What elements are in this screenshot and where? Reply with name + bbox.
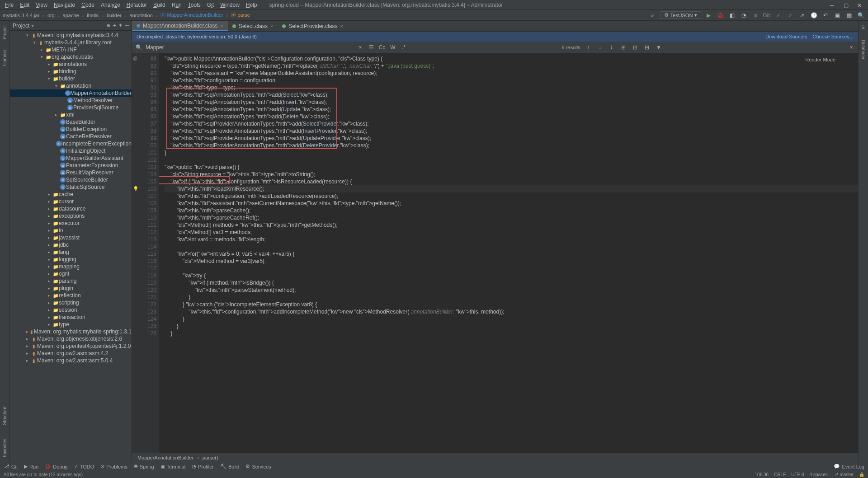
menu-git[interactable]: Git [204,2,217,8]
tree-item[interactable]: ▸📁io [10,227,132,234]
tree-item[interactable]: ▸📁ognl [10,270,132,277]
collapse-all-icon[interactable]: ✶ [118,23,123,28]
tree-item[interactable]: ▸▮Maven: org.objenesis:objenesis:2.6 [10,335,132,342]
bottom-todo[interactable]: ✓ TODO [74,464,94,469]
remove-selection-icon[interactable]: ⊟ [643,44,651,51]
tree-item[interactable]: ▾📁builder [10,75,132,82]
event-log-button[interactable]: 💬 Event Log [834,464,864,469]
tree-item[interactable]: cParameterExpression [10,162,132,169]
crumb-jar[interactable]: mybatis-3.4.4.jar [3,13,39,18]
menu-help[interactable]: Help [243,2,260,8]
tree-item[interactable]: ▾📁org.apache.ibatis [10,53,132,61]
tree-item[interactable]: cStaticSqlSource [10,183,132,191]
menu-window[interactable]: Window [217,2,243,8]
tree-item[interactable]: cResultMapResolver [10,169,132,176]
pin-icon[interactable]: ⤓ [608,44,616,51]
select-opened-file-icon[interactable]: ⊕ [106,23,110,28]
tree-item[interactable]: ▸▮Maven: org.ow2.asm:asm:4.2 [10,350,132,357]
sidebar-favorites[interactable]: Favorites [2,437,7,459]
tree-item[interactable]: ▸📁logging [10,256,132,263]
regex-icon[interactable]: .* [400,44,408,51]
crumb-annotation[interactable]: annotation [129,13,152,18]
hide-panel-icon[interactable]: ─ [125,23,129,28]
select-all-icon[interactable]: ⊞ [619,44,627,51]
tree-item[interactable]: ▸📁binding [10,68,132,75]
tree-item[interactable]: cMapperBuilderAssistant [10,155,132,162]
maximize-icon[interactable]: ▢ [844,2,849,8]
filter-icon[interactable]: ▼ [655,44,663,51]
menu-run[interactable]: Run [169,2,185,8]
tree-item[interactable]: ▾▮Maven: org.mybatis:mybatis:3.4.4 [10,32,132,39]
git-push-icon[interactable]: ↗ [797,10,807,20]
tree-item[interactable]: ▸▮Maven: org.mybatis:mybatis-spring:1.3.… [10,328,132,335]
tree-item[interactable]: cIncompleteElementException [10,140,132,147]
tree-item[interactable]: ▸📁scripting [10,299,132,306]
status-indent[interactable]: 4 spaces [810,472,828,477]
match-case-icon[interactable]: Cc [378,44,386,51]
tab-mapper-annotation-builder[interactable]: MapperAnnotationBuilder.class× [132,21,228,31]
sidebar-maven[interactable]: m [861,23,866,31]
profile-icon[interactable]: ◔ [739,10,748,20]
close-icon[interactable]: ✕ [857,2,863,8]
bottom-build[interactable]: 🔨 Build [220,464,239,469]
crumb-apache[interactable]: apache [63,13,79,18]
add-selection-icon[interactable]: ⊡ [631,44,639,51]
tree-item[interactable]: ▾▮mybatis-3.4.4.jar library root [10,39,132,46]
download-sources-link[interactable]: Download Sources [765,34,807,39]
tree-item[interactable]: ▸📁cache [10,191,132,198]
menu-code[interactable]: Code [78,2,98,8]
status-lock-icon[interactable]: 🔒 [859,472,864,477]
ide-settings-icon[interactable]: ▦ [844,10,854,20]
sidebar-commit[interactable]: Commit [2,48,7,67]
prev-match-icon[interactable]: ↑ [584,44,592,51]
stop-icon[interactable]: ■ [751,10,760,20]
bottom-terminal[interactable]: ▣ Terminal [160,464,186,469]
status-position[interactable]: 106:36 [755,472,769,477]
bottom-problems[interactable]: ⊘ Problems [100,464,127,469]
tree-item[interactable]: cInitializingObject [10,147,132,155]
crumb-org[interactable]: org [47,13,55,18]
menu-navigate[interactable]: Navigate [51,2,78,8]
bottom-services[interactable]: ⚙ Services [245,464,271,469]
tree-item[interactable]: ▸📁executor [10,220,132,227]
menu-edit[interactable]: Edit [17,2,33,8]
tree-item[interactable]: cMapperAnnotationBuilder [10,89,132,97]
project-tree[interactable]: ▾▮Maven: org.mybatis:mybatis:3.4.4▾▮myba… [10,31,132,462]
bottom-debug[interactable]: 🐞 Debug [45,464,67,469]
code-editor[interactable]: Reader Mode @888990919293949596979899100… [132,53,858,453]
tree-item[interactable]: ▸📁xml [10,111,132,118]
tab-select-provider[interactable]: SelectProvider.class× [278,21,347,31]
tree-item[interactable]: cBaseBuilder [10,118,132,126]
expand-all-icon[interactable]: ÷ [113,23,116,28]
tree-item[interactable]: cCacheRefResolver [10,133,132,140]
bottom-spring[interactable]: ❀ Spring [134,464,154,469]
tree-item[interactable]: ▸📁transaction [10,314,132,321]
status-encoding[interactable]: UTF-8 [791,472,804,477]
menu-build[interactable]: Build [150,2,169,8]
bottom-profiler[interactable]: ◔ Profiler [192,464,214,469]
crumb-class[interactable]: ⓒ MapperAnnotationBuilder [160,12,223,19]
tab-select[interactable]: Select.class× [228,21,278,31]
search-everywhere-icon[interactable]: 🔍 [856,10,865,20]
tree-item[interactable]: ▾📁annotation [10,82,132,89]
run-icon[interactable]: ▶ [704,10,713,20]
tree-item[interactable]: cMethodResolver [10,97,132,104]
git-update-icon[interactable]: ✓ [774,10,783,20]
menu-tools[interactable]: Tools [185,2,204,8]
choose-sources-link[interactable]: Choose Sources... [813,34,854,39]
sidebar-structure[interactable]: Structure [2,405,7,427]
crumb-ibatis[interactable]: ibatis [87,13,99,18]
tree-item[interactable]: cProviderSqlSource [10,104,132,111]
tab-close-icon[interactable]: × [340,23,343,29]
tree-item[interactable]: ▸📁annotations [10,61,132,68]
menu-refactor[interactable]: Refactor [123,2,150,8]
next-match-icon[interactable]: ↓ [596,44,604,51]
sidebar-project[interactable]: Project [2,23,7,41]
git-commit-icon[interactable]: ✓ [786,10,795,20]
clear-search-icon[interactable]: × [356,44,364,51]
tree-item[interactable]: cBuilderException [10,126,132,133]
status-line-separator[interactable]: CRLF [774,472,786,477]
search-history-icon[interactable]: ☰ [367,44,375,51]
tree-item[interactable]: ▸📁session [10,306,132,314]
search-input[interactable] [146,44,281,51]
